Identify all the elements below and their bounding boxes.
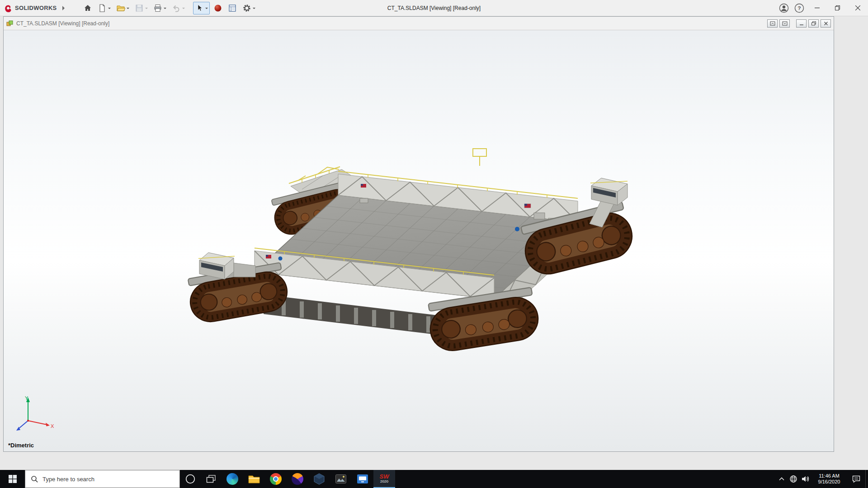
chevron-down-icon[interactable] <box>108 8 111 10</box>
solidworks-app-icon: SW <box>380 474 389 479</box>
axis-x-label: X <box>51 423 54 429</box>
taskbar-app-blue-window[interactable] <box>352 470 373 488</box>
windows-taskbar: SW 2020 11:46 AM 9 <box>0 470 868 488</box>
taskbar-app-file-explorer[interactable] <box>243 470 265 488</box>
task-view-icon <box>206 474 216 483</box>
system-tray: 11:46 AM 9/16/2020 <box>776 470 868 488</box>
minimize-icon <box>815 5 820 10</box>
taskbar-app-firefox[interactable] <box>287 470 308 488</box>
doc-close-button[interactable] <box>821 19 831 28</box>
float-window-button[interactable] <box>767 19 778 28</box>
taskbar-app-solidworks[interactable]: SW 2020 <box>373 470 395 488</box>
search-input[interactable] <box>42 476 167 483</box>
sphere-button[interactable] <box>212 2 224 14</box>
photos-app-icon <box>335 474 346 483</box>
app-title-bar: SOLIDWORKS <box>0 0 868 16</box>
graphics-viewport[interactable]: Y X *Dimetric <box>4 30 834 451</box>
cortana-icon <box>185 474 196 484</box>
dock-window-button[interactable] <box>779 19 790 28</box>
save-icon <box>135 4 144 13</box>
help-button[interactable]: ? <box>792 0 807 16</box>
svg-text:?: ? <box>797 5 801 11</box>
document-title: CT_TA.SLDASM [Viewing] [Read-only] <box>16 20 109 27</box>
minimize-button[interactable] <box>807 0 827 16</box>
orientation-triad[interactable]: Y X <box>10 394 55 438</box>
taskbar-app-hexagon[interactable] <box>308 470 330 488</box>
report-icon <box>228 4 237 13</box>
chrome-icon <box>270 473 282 485</box>
report-button[interactable] <box>226 2 239 14</box>
chevron-down-icon[interactable] <box>205 8 208 10</box>
restore-icon <box>835 5 840 10</box>
home-icon <box>83 4 92 13</box>
home-button[interactable] <box>81 2 94 14</box>
blue-window-app-icon <box>357 474 368 483</box>
clock-date: 9/16/2020 <box>818 479 840 485</box>
taskbar-app-chrome[interactable] <box>265 470 287 488</box>
settings-button[interactable] <box>241 2 257 14</box>
new-document-icon <box>98 4 107 13</box>
dassault-logo-icon <box>4 4 13 13</box>
restore-button[interactable] <box>827 0 848 16</box>
window-title: CT_TA.SLDASM [Viewing] [Read-only] <box>387 0 481 16</box>
help-icon: ? <box>794 3 805 14</box>
start-icon <box>9 475 17 483</box>
volume-icon <box>802 475 809 483</box>
search-icon <box>31 475 38 483</box>
show-desktop-button[interactable] <box>865 470 868 488</box>
edge-icon <box>226 473 238 485</box>
taskbar-search[interactable] <box>25 470 180 488</box>
dock-window-icon <box>782 21 788 26</box>
assembly-document-icon <box>6 20 14 27</box>
clock-time: 11:46 AM <box>819 473 840 479</box>
network-icon <box>789 475 797 483</box>
firefox-icon <box>292 473 303 485</box>
select-tool-button[interactable] <box>193 2 210 14</box>
crawler-transporter-model[interactable] <box>4 30 834 451</box>
crawler-track-front-right <box>426 287 541 354</box>
undo-button[interactable] <box>170 2 187 14</box>
doc-restore-icon <box>811 21 816 26</box>
settings-gear-icon <box>242 4 251 13</box>
save-button[interactable] <box>133 2 150 14</box>
document-title-bar: CT_TA.SLDASM [Viewing] [Read-only] <box>4 17 834 30</box>
action-center-icon <box>852 475 861 483</box>
task-view-button[interactable] <box>201 470 222 488</box>
open-button[interactable] <box>114 2 131 14</box>
flyout-arrow-icon[interactable] <box>62 6 67 10</box>
close-icon <box>855 5 860 10</box>
start-button[interactable] <box>0 470 25 488</box>
account-button[interactable] <box>776 0 792 16</box>
view-orientation-label: *Dimetric <box>8 442 34 449</box>
taskbar-app-photos[interactable] <box>330 470 352 488</box>
chevron-down-icon <box>182 8 185 10</box>
document-window-controls <box>765 19 831 28</box>
cortana-button[interactable] <box>180 470 201 488</box>
hidden-icons-button[interactable] <box>776 470 788 488</box>
chevron-down-icon[interactable] <box>127 8 129 10</box>
chevron-down-icon[interactable] <box>253 8 255 10</box>
volume-button[interactable] <box>799 470 811 488</box>
document-window: CT_TA.SLDASM [Viewing] [Read-only] <box>3 16 834 452</box>
quick-toolbar <box>81 2 257 14</box>
crawler-cab-left <box>198 253 255 279</box>
new-document-button[interactable] <box>96 2 113 14</box>
taskbar-app-edge[interactable] <box>222 470 243 488</box>
doc-minimize-button[interactable] <box>796 19 807 28</box>
taskbar-clock[interactable]: 11:46 AM 9/16/2020 <box>811 470 847 488</box>
chevron-down-icon[interactable] <box>164 8 166 10</box>
float-window-icon <box>770 21 775 26</box>
doc-close-icon <box>823 21 829 26</box>
doc-restore-button[interactable] <box>808 19 819 28</box>
open-folder-icon <box>116 4 125 13</box>
print-button[interactable] <box>151 2 168 14</box>
action-center-button[interactable] <box>847 470 865 488</box>
hidden-icons-chevron-icon <box>779 477 784 481</box>
doc-minimize-icon <box>799 21 804 26</box>
brand-text: SOLIDWORKS <box>15 5 57 11</box>
print-icon <box>153 4 162 13</box>
close-button[interactable] <box>848 0 868 16</box>
solidworks-app-year: 2020 <box>380 479 388 483</box>
hexagon-app-icon <box>313 473 326 485</box>
network-button[interactable] <box>788 470 799 488</box>
